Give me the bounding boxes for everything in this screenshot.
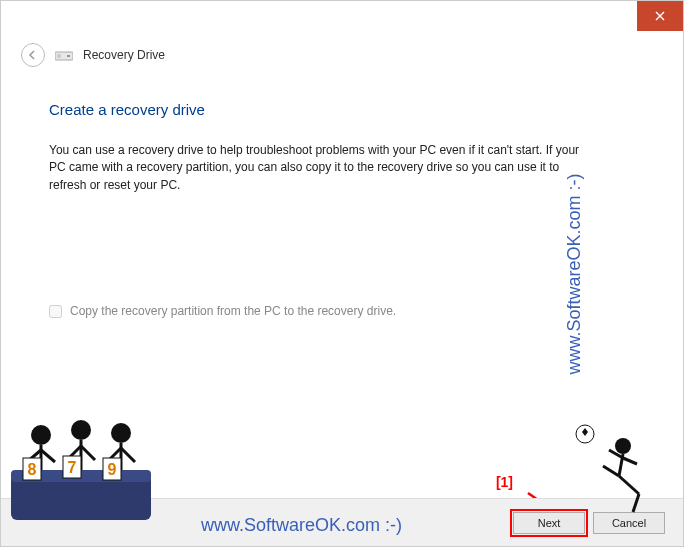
copy-partition-label: Copy the recovery partition from the PC … bbox=[70, 304, 396, 318]
svg-line-23 bbox=[121, 448, 135, 462]
svg-point-8 bbox=[31, 425, 51, 445]
titlebar bbox=[1, 1, 683, 31]
svg-text:8: 8 bbox=[28, 461, 37, 478]
page-heading: Create a recovery drive bbox=[49, 101, 635, 118]
wizard-title: Recovery Drive bbox=[83, 48, 165, 62]
svg-point-20 bbox=[111, 423, 131, 443]
svg-line-10 bbox=[27, 450, 41, 462]
svg-point-14 bbox=[71, 420, 91, 440]
svg-text:9: 9 bbox=[108, 461, 117, 478]
close-icon bbox=[655, 11, 665, 21]
svg-point-26 bbox=[576, 425, 594, 443]
svg-line-16 bbox=[67, 446, 81, 460]
svg-line-31 bbox=[609, 450, 623, 458]
close-button[interactable] bbox=[637, 1, 683, 31]
svg-line-30 bbox=[619, 476, 639, 494]
recovery-drive-icon bbox=[55, 48, 73, 62]
svg-rect-12 bbox=[23, 458, 41, 480]
svg-point-27 bbox=[615, 438, 631, 454]
svg-rect-24 bbox=[103, 458, 121, 480]
back-button[interactable] bbox=[21, 43, 45, 67]
copy-partition-checkbox-row: Copy the recovery partition from the PC … bbox=[49, 304, 635, 318]
svg-line-11 bbox=[41, 450, 55, 462]
svg-line-28 bbox=[619, 454, 623, 476]
back-arrow-icon bbox=[27, 49, 39, 61]
annotation-marker: [1] bbox=[496, 474, 513, 490]
svg-rect-3 bbox=[57, 54, 61, 58]
svg-line-32 bbox=[623, 458, 637, 464]
next-button[interactable]: Next bbox=[513, 512, 585, 534]
svg-rect-7 bbox=[11, 470, 151, 482]
wizard-header: Recovery Drive bbox=[1, 31, 683, 75]
svg-line-29 bbox=[603, 466, 619, 476]
svg-rect-4 bbox=[67, 55, 70, 57]
svg-line-17 bbox=[81, 446, 95, 460]
svg-text:7: 7 bbox=[68, 459, 77, 476]
wizard-footer: Next Cancel bbox=[1, 498, 683, 546]
copy-partition-checkbox[interactable] bbox=[49, 305, 62, 318]
svg-line-22 bbox=[107, 448, 121, 462]
cancel-button[interactable]: Cancel bbox=[593, 512, 665, 534]
wizard-content: Create a recovery drive You can use a re… bbox=[1, 75, 683, 318]
svg-rect-18 bbox=[63, 456, 81, 478]
body-text: You can use a recovery drive to help tro… bbox=[49, 142, 589, 194]
